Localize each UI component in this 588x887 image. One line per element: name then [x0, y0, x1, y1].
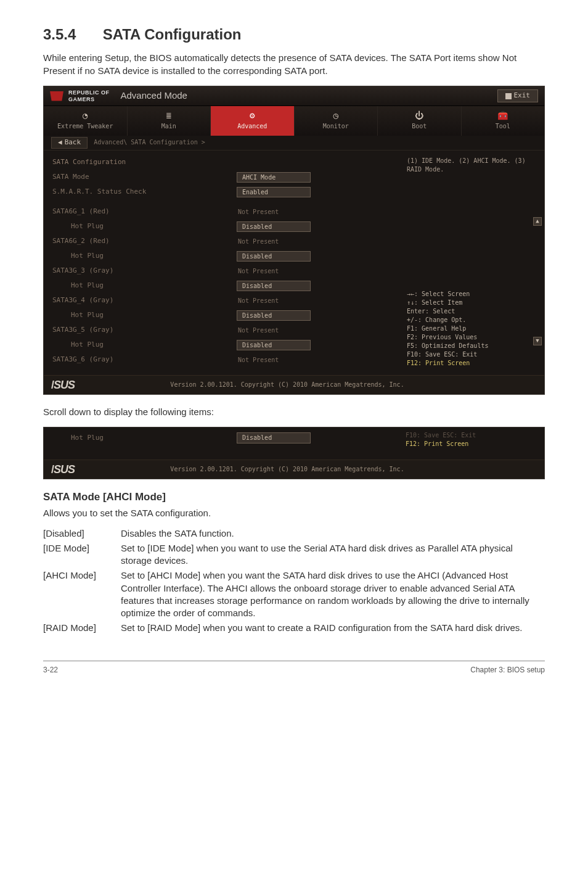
exit-label: Exit — [514, 91, 531, 101]
opt-val: Set to [RAID Mode] when you want to crea… — [117, 621, 545, 635]
exit-button[interactable]: Exit — [497, 89, 539, 102]
row-port3: SATA3G_3 (Gray) Not Present — [44, 264, 399, 279]
section-heading: 3.5.4 SATA Configuration — [43, 25, 545, 44]
intro-text: While entering Setup, the BIOS automatic… — [43, 52, 517, 75]
help-panel: (1) IDE Mode. (2) AHCI Mode. (3) RAID Mo… — [399, 151, 544, 375]
asus-logo: /SUS — [51, 462, 75, 477]
opt-val: Disables the SATA function. — [117, 526, 545, 541]
list-icon: ≣ — [166, 110, 171, 122]
row-port4-hotplug[interactable]: Hot Plug Disabled — [44, 308, 399, 323]
settings-list: SATA Configuration SATA Mode AHCI Mode S… — [44, 151, 399, 375]
scrollbar[interactable]: ▲ ▼ — [533, 217, 542, 345]
option-intro: Allows you to set the SATA configuration… — [43, 507, 545, 519]
row-port1: SATA6G_1 (Red) Not Present — [44, 205, 399, 220]
row-hotplug-extra[interactable]: Hot Plug Disabled — [44, 431, 399, 445]
option-heading: SATA Mode [AHCI Mode] — [43, 490, 545, 505]
opt-val: Set to [AHCI Mode] when you want the SAT… — [117, 568, 545, 621]
row-port5-hotplug[interactable]: Hot Plug Disabled — [44, 338, 399, 353]
gauge-icon: ◔ — [83, 110, 88, 122]
bios-footer-fragment: /SUS Version 2.00.1201. Copyright (C) 20… — [44, 460, 544, 479]
value-sata-mode[interactable]: AHCI Mode — [237, 172, 311, 183]
tab-bar: ◔ Extreme Tweaker ≣ Main ⚙ Advanced ◷ Mo… — [44, 106, 544, 136]
gear-icon: ⚙ — [250, 110, 255, 122]
row-port4: SATA3G_4 (Gray) Not Present — [44, 294, 399, 308]
row-port2-hotplug[interactable]: Hot Plug Disabled — [44, 249, 399, 264]
bios-footer: /SUS Version 2.00.1201. Copyright (C) 20… — [44, 375, 544, 394]
table-row: [Disabled] Disables the SATA function. — [43, 526, 545, 541]
bios-titlebar: REPUBLIC OF GAMERS Advanced Mode Exit — [44, 86, 544, 106]
mode-label: Advanced Mode — [121, 89, 187, 102]
bios-window-fragment: Hot Plug Disabled F10: Save ESC: Exit F1… — [43, 427, 545, 479]
options-table: [Disabled] Disables the SATA function. [… — [43, 526, 545, 636]
breadcrumb: Advanced\ SATA Configuration > — [94, 138, 205, 147]
row-port6: SATA3G_6 (Gray) Not Present — [44, 353, 399, 368]
section-number: 3.5.4 — [43, 25, 99, 44]
chapter-label: Chapter 3: BIOS setup — [470, 665, 545, 675]
section-title-text: SATA Configuration — [103, 26, 242, 43]
breadcrumb-row: ◀ Back Advanced\ SATA Configuration > — [44, 136, 544, 151]
row-sata-mode[interactable]: SATA Mode AHCI Mode — [44, 170, 399, 185]
row-port5: SATA3G_5 (Gray) Not Present — [44, 323, 399, 338]
tab-monitor[interactable]: ◷ Monitor — [295, 106, 378, 136]
tab-tool[interactable]: 🧰 Tool — [462, 106, 545, 136]
tool-icon: 🧰 — [497, 110, 508, 122]
scroll-note: Scroll down to display the following ite… — [43, 406, 545, 418]
rog-logo-icon — [50, 91, 63, 101]
opt-key: [RAID Mode] — [43, 621, 117, 635]
back-label: Back — [65, 138, 81, 147]
opt-val: Set to [IDE Mode] when you want to use t… — [117, 541, 545, 569]
tab-extreme-tweaker[interactable]: ◔ Extreme Tweaker — [44, 106, 128, 136]
power-icon: ⏻ — [415, 110, 423, 122]
tab-main[interactable]: ≣ Main — [128, 106, 211, 136]
bios-window: REPUBLIC OF GAMERS Advanced Mode Exit ◔ … — [43, 86, 545, 395]
scroll-up-icon[interactable]: ▲ — [533, 217, 542, 226]
exit-icon — [505, 93, 512, 99]
help-keys: →←: Select Screen ↑↓: Select Item Enter:… — [407, 290, 538, 368]
copyright: Version 2.00.1201. Copyright (C) 2010 Am… — [75, 381, 500, 389]
table-row: [RAID Mode] Set to [RAID Mode] when you … — [43, 621, 545, 635]
row-port3-hotplug[interactable]: Hot Plug Disabled — [44, 279, 399, 294]
page-number: 3-22 — [43, 665, 58, 675]
opt-key: [Disabled] — [43, 526, 117, 541]
tab-advanced[interactable]: ⚙ Advanced — [211, 106, 295, 136]
scroll-down-icon[interactable]: ▼ — [533, 337, 542, 345]
back-arrow-icon: ◀ — [58, 138, 62, 147]
page-footer: 3-22 Chapter 3: BIOS setup — [43, 661, 545, 675]
row-port1-hotplug[interactable]: Hot Plug Disabled — [44, 220, 399, 234]
tab-boot[interactable]: ⏻ Boot — [378, 106, 462, 136]
opt-key: [IDE Mode] — [43, 541, 117, 569]
rog-brand: REPUBLIC OF GAMERS — [68, 89, 110, 103]
table-row: [AHCI Mode] Set to [AHCI Mode] when you … — [43, 568, 545, 621]
row-smart[interactable]: S.M.A.R.T. Status Check Enabled — [44, 185, 399, 200]
intro-paragraph: While entering Setup, the BIOS automatic… — [43, 52, 545, 77]
group-header: SATA Configuration — [44, 155, 399, 170]
asus-logo: /SUS — [51, 377, 75, 392]
back-button[interactable]: ◀ Back — [51, 137, 88, 149]
help-description: (1) IDE Mode. (2) AHCI Mode. (3) RAID Mo… — [407, 157, 538, 174]
monitor-icon: ◷ — [333, 110, 338, 122]
table-row: [IDE Mode] Set to [IDE Mode] when you wa… — [43, 541, 545, 569]
value-smart[interactable]: Enabled — [237, 187, 311, 198]
row-port2: SATA6G_2 (Red) Not Present — [44, 234, 399, 249]
opt-key: [AHCI Mode] — [43, 568, 117, 621]
